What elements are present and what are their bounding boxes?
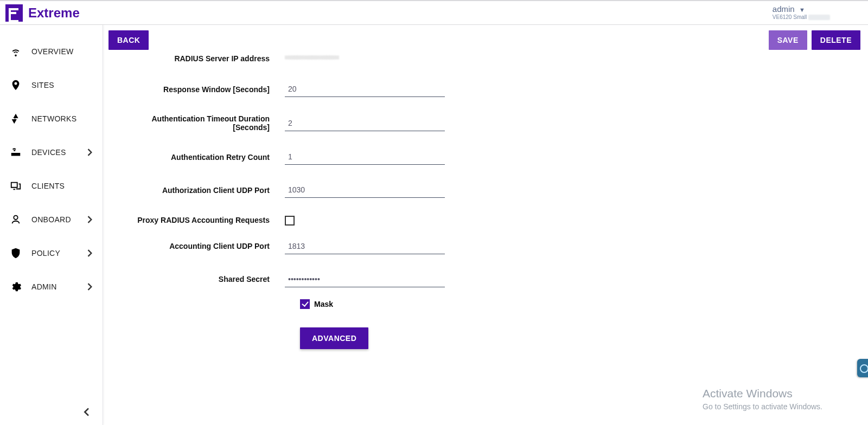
watermark-line1: Activate Windows xyxy=(703,387,822,400)
chevron-right-icon xyxy=(87,216,93,223)
server-ip-obscured xyxy=(285,53,339,62)
authz-port-input[interactable] xyxy=(285,182,445,198)
topbar: Extreme admin ▼ VE6120 Small xyxy=(0,0,868,25)
wifi-icon xyxy=(10,46,22,57)
label-server-ip: RADIUS Server IP address xyxy=(125,54,285,63)
label-proxy-acct: Proxy RADIUS Accounting Requests xyxy=(125,216,285,224)
appliance-name: VE6120 Small xyxy=(773,14,807,20)
brand-logo-icon xyxy=(5,4,23,22)
windows-activation-watermark: Activate Windows Go to Settings to activ… xyxy=(703,387,822,411)
label-auth-timeout: Authentication Timeout Duration [Seconds… xyxy=(125,114,285,132)
brand-name: Extreme xyxy=(28,5,80,21)
delete-button[interactable]: DELETE xyxy=(812,30,860,50)
sidebar-item-policy[interactable]: POLICY xyxy=(0,236,103,270)
sidebar: OVERVIEW SITES NETWORKS DEVICES CLIENTS … xyxy=(0,25,103,425)
networks-icon xyxy=(10,113,22,125)
action-bar: BACK SAVE DELETE xyxy=(108,30,860,50)
save-button[interactable]: SAVE xyxy=(769,30,807,50)
caret-down-icon: ▼ xyxy=(799,7,805,13)
sidebar-item-label: ADMIN xyxy=(31,282,57,291)
response-window-input[interactable] xyxy=(285,81,445,97)
row-auth-timeout: Authentication Timeout Duration [Seconds… xyxy=(125,114,860,132)
chevron-right-icon xyxy=(87,149,93,156)
row-server-ip: RADIUS Server IP address xyxy=(125,53,860,64)
label-mask: Mask xyxy=(314,300,333,308)
label-retry-count: Authentication Retry Count xyxy=(125,153,285,162)
sidebar-item-admin[interactable]: ADMIN xyxy=(0,270,103,304)
row-acct-port: Accounting Client UDP Port xyxy=(125,239,860,254)
main: BACK SAVE DELETE RADIUS Server IP addres… xyxy=(103,25,868,425)
row-advanced: ADVANCED xyxy=(300,327,860,349)
acct-port-input[interactable] xyxy=(285,239,445,254)
sidebar-collapse-button[interactable] xyxy=(83,408,90,418)
label-shared-secret: Shared Secret xyxy=(125,275,285,284)
sidebar-item-label: ONBOARD xyxy=(31,215,71,224)
row-proxy-acct: Proxy RADIUS Accounting Requests xyxy=(125,215,860,226)
sidebar-item-devices[interactable]: DEVICES xyxy=(0,136,103,169)
label-authz-port: Authorization Client UDP Port xyxy=(125,186,285,195)
shared-secret-input[interactable] xyxy=(285,272,445,287)
user-menu[interactable]: admin ▼ VE6120 Small xyxy=(773,4,830,20)
user-name: admin xyxy=(773,4,795,14)
row-retry-count: Authentication Retry Count xyxy=(125,149,860,165)
teamviewer-side-tab[interactable] xyxy=(857,359,868,377)
row-mask: Mask xyxy=(300,299,860,309)
row-shared-secret: Shared Secret xyxy=(125,272,860,287)
auth-timeout-input[interactable] xyxy=(285,115,445,131)
location-pin-icon xyxy=(10,79,22,91)
sidebar-item-sites[interactable]: SITES xyxy=(0,68,103,102)
sidebar-item-overview[interactable]: OVERVIEW xyxy=(0,35,103,68)
back-button[interactable]: BACK xyxy=(108,30,149,50)
mask-checkbox[interactable] xyxy=(300,299,310,309)
chevron-right-icon xyxy=(87,283,93,291)
gear-icon xyxy=(10,281,22,293)
devices-icon xyxy=(10,146,22,158)
label-acct-port: Accounting Client UDP Port xyxy=(125,242,285,250)
proxy-acct-checkbox[interactable] xyxy=(285,216,295,226)
watermark-line2: Go to Settings to activate Windows. xyxy=(703,402,822,411)
retry-count-input[interactable] xyxy=(285,149,445,165)
brand-logo[interactable]: Extreme xyxy=(5,4,80,22)
sidebar-item-networks[interactable]: NETWORKS xyxy=(0,102,103,136)
label-response-window: Response Window [Seconds] xyxy=(125,85,285,94)
sidebar-item-label: POLICY xyxy=(31,249,60,257)
chevron-right-icon xyxy=(87,249,93,257)
sidebar-item-label: NETWORKS xyxy=(31,114,76,123)
radius-form: RADIUS Server IP address Response Window… xyxy=(108,53,860,349)
sidebar-item-label: OVERVIEW xyxy=(31,47,74,56)
appliance-row: VE6120 Small xyxy=(773,14,830,20)
obscured-text xyxy=(808,15,830,20)
svg-rect-0 xyxy=(12,153,20,156)
clients-icon xyxy=(10,180,22,192)
row-authz-port: Authorization Client UDP Port xyxy=(125,182,860,198)
shield-icon xyxy=(10,247,22,259)
advanced-button[interactable]: ADVANCED xyxy=(300,327,368,349)
sidebar-item-onboard[interactable]: ONBOARD xyxy=(0,203,103,236)
sidebar-item-clients[interactable]: CLIENTS xyxy=(0,169,103,203)
chevron-left-icon xyxy=(83,408,90,416)
sidebar-item-label: CLIENTS xyxy=(31,182,65,190)
person-icon xyxy=(10,214,22,226)
row-response-window: Response Window [Seconds] xyxy=(125,81,860,97)
user-name-row: admin ▼ xyxy=(773,4,830,14)
sidebar-item-label: SITES xyxy=(31,81,54,89)
sidebar-item-label: DEVICES xyxy=(31,148,66,157)
